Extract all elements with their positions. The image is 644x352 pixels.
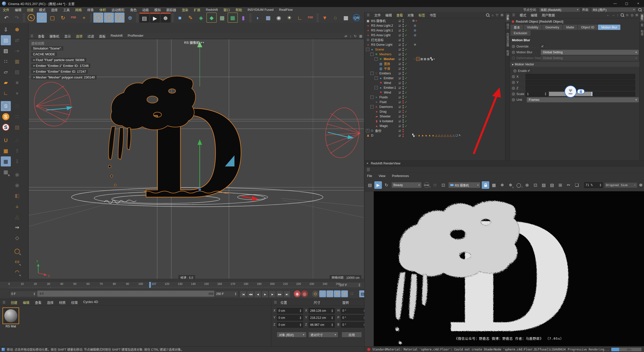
- om-menu-item[interactable]: 文件: [374, 13, 381, 17]
- key-parameter-button[interactable]: Ⓟ: [341, 290, 348, 297]
- rotation-field[interactable]: 0 °▲▼: [341, 322, 367, 328]
- goto-start-button[interactable]: |◀: [239, 291, 247, 298]
- attribute-tab[interactable]: Motion Blur: [598, 25, 620, 30]
- attribute-tab[interactable]: 基本: [510, 25, 523, 30]
- materials-menu-item[interactable]: 材质: [59, 300, 66, 305]
- main-menu-item[interactable]: 运动图形: [111, 7, 125, 12]
- main-menu-item[interactable]: 选择: [51, 7, 58, 12]
- keyframe-radio-icon[interactable]: [512, 75, 515, 78]
- zoom-view-icon[interactable]: ↕: [350, 34, 351, 38]
- om-home-icon[interactable]: ⌂: [492, 13, 494, 17]
- current-frame-marker[interactable]: [149, 282, 151, 288]
- enabled-check-icon[interactable]: ✓: [405, 96, 408, 99]
- enabled-check-icon[interactable]: ✓: [405, 76, 408, 80]
- attribute-tab[interactable]: Geometry: [542, 25, 562, 30]
- attribute-tab[interactable]: Visibility: [524, 25, 542, 30]
- selection-tag[interactable]: △: [453, 134, 455, 137]
- expand-toggle[interactable]: −: [375, 57, 378, 61]
- object-label[interactable]: 置换: [384, 61, 390, 66]
- main-menu-item[interactable]: 渲染: [182, 7, 188, 12]
- key-scale-button[interactable]: ▢: [327, 290, 333, 297]
- scale-tool-icon[interactable]: ▢: [47, 13, 57, 23]
- minimize-button[interactable]: —: [609, 0, 621, 7]
- attribute-tab[interactable]: Object ID: [578, 25, 597, 30]
- object-label[interactable]: k Isolated: [380, 119, 393, 123]
- visibility-dots-icon[interactable]: [403, 110, 404, 113]
- start-ipr-icon[interactable]: ▶: [374, 181, 382, 189]
- region-icon[interactable]: ⊡: [532, 181, 539, 189]
- magnet-icon[interactable]: U: [1, 135, 11, 145]
- timeline-ruler[interactable]: 107 F▲▼ 01020304050607080901001071201301…: [0, 281, 364, 289]
- keyframe-radio-icon[interactable]: [512, 87, 515, 90]
- keyframe-radio-icon[interactable]: [513, 69, 516, 72]
- sphere-tag[interactable]: ●: [433, 58, 435, 60]
- snap-3d-icon[interactable]: S: [1, 112, 11, 122]
- snapshot-strip[interactable]: [365, 191, 374, 346]
- camera-select[interactable]: RS 摄像机▾: [449, 182, 480, 188]
- object-row[interactable]: −⋔Daemons✓: [365, 104, 511, 109]
- camera-lock-icon[interactable]: [482, 181, 489, 189]
- enabled-check-icon[interactable]: ✓: [405, 86, 408, 90]
- main-menu-item[interactable]: 模拟: [154, 7, 161, 12]
- selection-tag[interactable]: ∴: [415, 134, 417, 137]
- object-label[interactable]: RS Dome Light: [371, 43, 392, 47]
- compare-icon[interactable]: ◯▾: [515, 181, 522, 189]
- key-rotation-button[interactable]: ↻: [334, 290, 341, 297]
- visibility-dots-icon[interactable]: [403, 33, 404, 37]
- layer-icon[interactable]: [398, 105, 401, 109]
- disabled-swatch-icon[interactable]: ▦: [12, 56, 22, 66]
- next-frame-button[interactable]: ▶: [269, 291, 276, 298]
- compositing-tag[interactable]: ▚: [412, 134, 414, 137]
- object-row[interactable]: ▮k Isolated✓: [365, 119, 515, 123]
- display-tag[interactable]: ⊞: [412, 19, 415, 22]
- disabled-points-icon[interactable]: ∷: [12, 112, 22, 122]
- emitter-icon[interactable]: ▼: [320, 13, 330, 23]
- disabled-triangle2-icon[interactable]: △: [12, 212, 22, 222]
- back-icon[interactable]: ←: [606, 13, 610, 17]
- snap-enable-icon[interactable]: S: [1, 101, 11, 111]
- visibility-dots-icon[interactable]: [403, 76, 404, 80]
- size-field[interactable]: 218.212 cm▲▼: [309, 315, 335, 321]
- rs-camera-tag[interactable]: ●: [415, 19, 417, 22]
- light-icon[interactable]: ☀: [284, 13, 294, 23]
- disabled-arrow-up-icon[interactable]: ⇧: [12, 146, 22, 156]
- object-label[interactable]: RS Area Light: [371, 33, 390, 37]
- enabled-check-icon[interactable]: ✓: [405, 119, 408, 123]
- object-row[interactable]: −✳Mesher✓∴●▩▩▩▚●: [365, 57, 515, 61]
- layer-icon[interactable]: [398, 119, 401, 123]
- enabled-check-icon[interactable]: ✓: [405, 110, 408, 113]
- om-filter-icon[interactable]: ▽: [496, 13, 498, 17]
- snap-auto-icon[interactable]: S: [1, 122, 11, 132]
- enabled-check-icon[interactable]: ✓: [405, 72, 408, 75]
- axis-tool-icon[interactable]: +: [79, 13, 89, 23]
- layer-icon[interactable]: [398, 19, 401, 23]
- emitter-wireframe-left[interactable]: [30, 78, 76, 129]
- value-field[interactable]: [526, 80, 635, 85]
- cage-deformer-icon[interactable]: ▩: [217, 13, 227, 23]
- cluster-icon[interactable]: ◇: [12, 233, 22, 243]
- main-menu-item[interactable]: 创建: [27, 7, 33, 12]
- position-field[interactable]: 0 cm▲▼: [277, 308, 303, 314]
- object-row[interactable]: +☉备份: [365, 128, 507, 133]
- visibility-dots-icon[interactable]: [403, 53, 404, 56]
- main-menu-item[interactable]: 样条: [87, 7, 94, 12]
- main-menu-item[interactable]: Redshift: [206, 8, 218, 12]
- y-axis-lock-icon[interactable]: Y: [104, 13, 114, 23]
- attr-menu-item[interactable]: 模式: [520, 13, 526, 17]
- visibility-dots-icon[interactable]: [403, 72, 404, 75]
- disabled-arrange-icon[interactable]: ⇄: [12, 35, 22, 45]
- crop-icon[interactable]: ⊡: [439, 181, 447, 189]
- expand-toggle[interactable]: −: [375, 86, 378, 89]
- track-icon[interactable]: ◎: [631, 13, 633, 17]
- z-axis-lock-icon[interactable]: Z: [114, 13, 125, 23]
- layer-icon[interactable]: [398, 33, 401, 37]
- object-label[interactable]: RS Area Light.1: [371, 29, 393, 32]
- visibility-dots-icon[interactable]: [403, 134, 404, 137]
- close-button[interactable]: ×: [632, 0, 644, 7]
- attr-menu-item[interactable]: 编辑: [531, 13, 537, 17]
- object-row[interactable]: −●Emitter.1✓: [365, 85, 515, 90]
- scale-slider[interactable]: [549, 92, 635, 96]
- object-label[interactable]: Wind: [384, 81, 391, 85]
- material-name[interactable]: RS Mat: [2, 325, 20, 328]
- visibility-dots-icon[interactable]: [403, 96, 404, 99]
